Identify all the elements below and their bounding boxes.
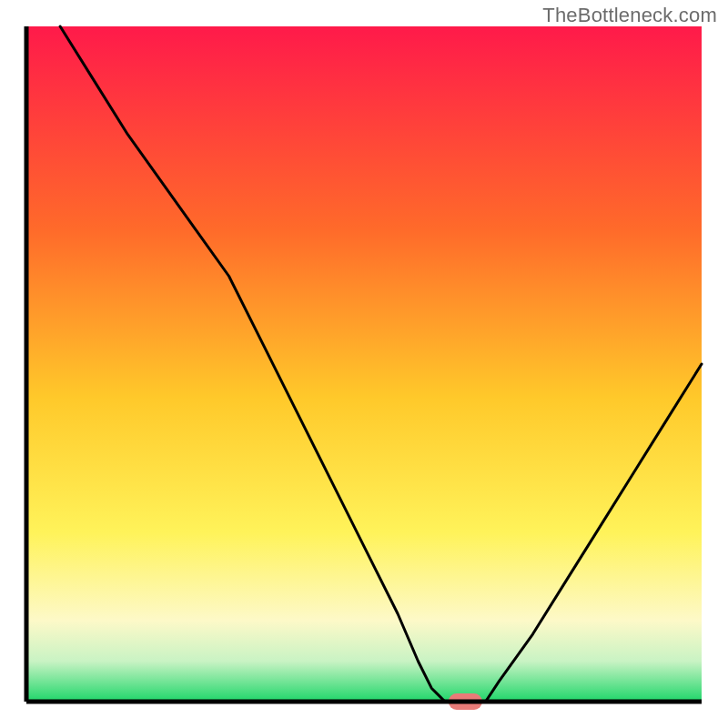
- bottleneck-chart: TheBottleneck.com: [0, 0, 728, 728]
- watermark-text: TheBottleneck.com: [542, 4, 717, 27]
- chart-svg: [0, 0, 728, 728]
- plot-area: [26, 26, 702, 710]
- gradient-background: [26, 26, 702, 702]
